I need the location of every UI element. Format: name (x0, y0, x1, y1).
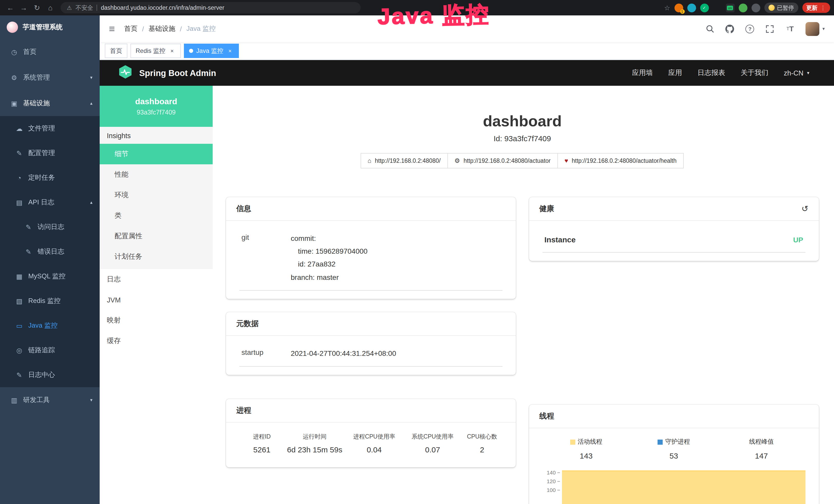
brand-title: 芋道管理系统 (23, 23, 63, 32)
address-bar[interactable]: ⚠ 不安全 dashboard.yudao.iocoder.cn/infra/a… (61, 2, 360, 13)
smiley-icon (768, 5, 774, 11)
sidebar-item-devtools[interactable]: ▥ 研发工具 ▾ (0, 387, 100, 413)
toolbox-icon: ▥ (10, 396, 18, 404)
sba-nav-about[interactable]: 关于我们 (741, 68, 768, 77)
close-icon[interactable]: × (169, 48, 176, 54)
sba-item-details[interactable]: 细节 (100, 144, 213, 164)
history-icon[interactable]: ↺ (802, 204, 808, 214)
sba-nav-journal[interactable]: 日志报表 (697, 68, 725, 77)
sba-item-performance[interactable]: 性能 (100, 164, 213, 185)
top-navbar: ≡ 首页 / 基础设施 / Java 监控 ? (100, 16, 834, 42)
sba-title: Spring Boot Admin (139, 68, 216, 78)
sidebar-item-label: API 日志 (28, 198, 85, 207)
page-instance-id: Id: 93a3fc7f7409 (226, 134, 818, 143)
tab-redis-monitor[interactable]: Redis 监控 × (130, 44, 181, 58)
sba-language-select[interactable]: zh-CN ▾ (784, 69, 809, 77)
instance-id: 93a3fc7f7409 (137, 109, 176, 116)
sba-item-mappings[interactable]: 映射 (100, 310, 213, 331)
instance-name: dashboard (135, 97, 177, 106)
sidebar-item-trace[interactable]: ◎ 链路追踪 (0, 338, 100, 363)
service-url-button[interactable]: ⌂ http://192.168.0.2:48080/ (360, 153, 448, 168)
language-label: zh-CN (784, 69, 804, 77)
active-dot (189, 49, 193, 53)
sba-item-configprops[interactable]: 配置属性 (100, 226, 213, 247)
search-icon[interactable] (705, 24, 715, 33)
omnibox-divider (97, 5, 97, 11)
github-icon[interactable] (725, 24, 734, 33)
info-row-git: git commit: time: 1596289704000 id: 27aa… (239, 225, 502, 291)
back-icon[interactable]: ← (4, 2, 17, 14)
update-button[interactable]: 更新 ⋮ (802, 3, 830, 13)
sidebar-item-error-log[interactable]: ✎ 错误日志 (0, 239, 100, 264)
document-icon: ✎ (25, 248, 32, 255)
tab-label: Java 监控 (196, 46, 223, 55)
refresh-icon[interactable]: ↻ (31, 2, 43, 14)
sba-item-logs[interactable]: 日志 (100, 269, 213, 290)
sidebar-item-infra[interactable]: ▣ 基础设施 ▴ (0, 90, 100, 116)
drop-extension-icon[interactable] (687, 3, 696, 12)
home-icon: ⌂ (368, 157, 371, 164)
legend-daemon-threads: 守护进程 53 (630, 437, 718, 460)
paused-label: 已暂停 (777, 4, 794, 12)
health-card: 健康 ↺ Instance UP (529, 197, 819, 261)
breadcrumb-home[interactable]: 首页 (124, 24, 137, 33)
sidebar-item-config[interactable]: ✎ 配置管理 (0, 141, 100, 165)
puzzle-extension-icon[interactable] (751, 3, 760, 12)
close-icon[interactable]: × (226, 48, 234, 54)
security-label[interactable]: 不安全 (75, 4, 93, 12)
bookmark-star-icon[interactable]: ☆ (664, 4, 670, 12)
sidebar-item-log-center[interactable]: ✎ 日志中心 (0, 363, 100, 387)
sba-nav-applications[interactable]: 应用 (668, 68, 682, 77)
chevron-down-icon: ▾ (90, 397, 92, 403)
breadcrumb-section[interactable]: 基础设施 (149, 24, 175, 33)
sidebar-item-mysql[interactable]: ▦ MySQL 监控 (0, 264, 100, 289)
process-table: 进程ID 5261 运行时间 6d 23h 15m 59s (239, 427, 502, 459)
sidebar-item-job[interactable]: ◔ 定时任务 (0, 165, 100, 190)
instance-block[interactable]: dashboard 93a3fc7f7409 (100, 86, 213, 127)
font-size-icon[interactable]: TT (786, 24, 795, 33)
sidebar-item-file[interactable]: ☁ 文件管理 (0, 116, 100, 141)
sidebar-item-label: Java 监控 (28, 321, 92, 330)
sba-body: dashboard 93a3fc7f7409 Insights 细节 性能 环境… (100, 86, 834, 504)
breadcrumb-separator: / (142, 25, 144, 32)
check-extension-icon[interactable]: ✓ (700, 3, 709, 12)
fullscreen-icon[interactable] (765, 24, 775, 33)
kebab-menu-icon[interactable]: ⋮ (820, 4, 826, 11)
sidebar-item-java[interactable]: ▭ Java 监控 (0, 313, 100, 338)
chart-plot-area (562, 468, 806, 504)
leaf-extension-icon[interactable] (739, 3, 747, 12)
chart-y-axis: 140 120 100 (543, 468, 562, 504)
card-title: 信息 (236, 204, 251, 214)
metadata-card: 元数据 startup 2021-04-27T00:44:31.254+08:0… (226, 312, 516, 375)
brand-row: 芋道管理系统 (0, 16, 100, 39)
process-col-system-cpu: 系统CPU使用率 0.07 (403, 433, 462, 454)
help-icon[interactable]: ? (745, 24, 755, 33)
sba-item-scheduled-tasks[interactable]: 计划任务 (100, 247, 213, 267)
sidebar-item-access-log[interactable]: ✎ 访问日志 (0, 215, 100, 239)
health-url-button[interactable]: ♥ http://192.168.0.2:48080/actuator/heal… (557, 153, 684, 168)
sidebar-item-home[interactable]: ◷ 首页 (0, 39, 100, 65)
sba-item-caches[interactable]: 缓存 (100, 331, 213, 351)
info-key: git (241, 232, 291, 284)
browser-chrome: ← → ↻ ⌂ ⚠ 不安全 dashboard.yudao.iocoder.cn… (0, 0, 834, 16)
live-threads-area (562, 471, 806, 504)
sba-item-classes[interactable]: 类 (100, 205, 213, 226)
sidebar-item-api-log[interactable]: ▤ API 日志 ▴ (0, 190, 100, 215)
tab-java-monitor[interactable]: Java 监控 × (184, 44, 239, 58)
avatar[interactable] (806, 22, 819, 36)
fox-extension-icon[interactable]: 1 (674, 3, 683, 12)
switch-extension-icon[interactable]: on (726, 3, 734, 12)
sidebar-item-redis[interactable]: ▧ Redis 监控 (0, 289, 100, 313)
tab-home[interactable]: 首页 (105, 44, 127, 58)
sidebar-item-system[interactable]: ⚙ 系统管理 ▾ (0, 65, 100, 90)
home-icon[interactable]: ⌂ (44, 2, 57, 14)
actuator-url-button[interactable]: ⚙ http://192.168.0.2:48080/actuator (447, 153, 557, 168)
forward-icon[interactable]: → (18, 2, 30, 14)
user-menu[interactable]: ▾ (806, 22, 825, 36)
sba-item-environment[interactable]: 环境 (100, 185, 213, 205)
sidebar-item-label: MySQL 监控 (28, 272, 92, 281)
sba-nav-wall[interactable]: 应用墙 (632, 68, 653, 77)
paused-badge[interactable]: 已暂停 (764, 3, 798, 13)
hamburger-icon[interactable]: ≡ (109, 24, 115, 34)
sba-item-jvm[interactable]: JVM (100, 290, 213, 310)
